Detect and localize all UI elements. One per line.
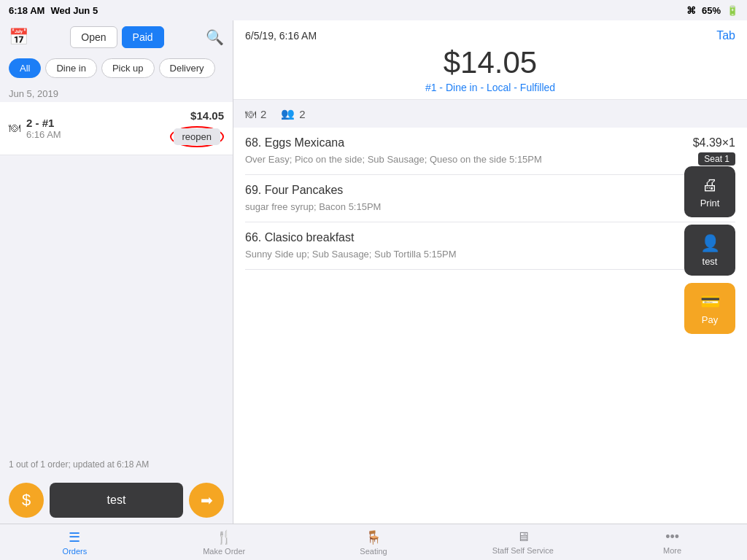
search-icon[interactable]: 🔍 — [206, 28, 224, 46]
header-datetime: 6/5/19, 6:16 AM — [245, 30, 317, 42]
seating-label: Seating — [360, 547, 387, 556]
wifi-icon: ⌘ — [686, 5, 696, 16]
filter-buttons: Open Paid — [70, 26, 163, 48]
right-header: 6/5/19, 6:16 AM Tab $14.05 #1 - Dine in … — [233, 20, 747, 100]
item-name-3: 66. Clasico breakfast — [245, 231, 354, 244]
guest-icon: 👥 — [281, 107, 295, 120]
right-panel: 6/5/19, 6:16 AM Tab $14.05 #1 - Dine in … — [233, 20, 747, 524]
table-count-item: 🍽 2 — [245, 108, 266, 120]
order-number: 2 - #1 — [26, 117, 61, 129]
main-container: 📅 Open Paid 🔍 All Dine in Pick up Delive… — [0, 20, 747, 524]
battery-status: 65% — [702, 5, 721, 16]
table-icon: 🍽 — [245, 108, 256, 120]
paid-filter-button[interactable]: Paid — [122, 26, 164, 48]
arrow-icon: ➡ — [201, 491, 213, 509]
arrow-button[interactable]: ➡ — [189, 483, 224, 518]
status-day: Wed Jun 5 — [50, 5, 98, 16]
item-price-1: $4.39×1 — [693, 136, 735, 149]
seat-badge-1: Seat 1 — [698, 152, 735, 166]
tab-seating[interactable]: 🪑 Seating — [299, 526, 449, 559]
orders-label: Orders — [63, 547, 88, 556]
more-label: More — [663, 546, 681, 555]
order-table-icon: 🍽 — [9, 122, 20, 135]
left-header: 📅 Open Paid 🔍 — [0, 20, 233, 54]
status-time: 6:18 AM — [9, 5, 44, 16]
left-footer: 1 out of 1 order; updated at 6:18 AM — [0, 452, 233, 477]
tab-link[interactable]: Tab — [716, 29, 735, 42]
tab-bar: ☰ Orders 🍴 Make Order 🪑 Seating 🖥 Staff … — [0, 524, 747, 560]
table-count: 2 — [260, 108, 266, 120]
sub-filters: All Dine in Pick up Delivery — [0, 54, 233, 82]
dollar-icon: $ — [22, 491, 31, 510]
order-items-list: 68. Eggs Mexicana $4.39×1 Over Easy; Pic… — [233, 128, 747, 524]
dine-in-filter-button[interactable]: Dine in — [45, 58, 96, 78]
pick-up-filter-button[interactable]: Pick up — [101, 58, 155, 78]
calendar-icon: 📅 — [9, 28, 28, 47]
order-line-3[interactable]: 66. Clasico breakfast $4.69×1 Sunny Side… — [245, 222, 735, 270]
bottom-actions: $ test ➡ — [0, 477, 233, 524]
user-icon: 👤 — [700, 234, 720, 253]
guest-count-item: 👥 2 — [281, 107, 305, 120]
order-amount: $14.05 — [190, 109, 224, 122]
item-number-2: 69. — [245, 184, 261, 196]
item-name-2: 69. Four Pancakes — [245, 184, 343, 197]
right-side-wrapper: 6/5/19, 6:16 AM Tab $14.05 #1 - Dine in … — [233, 20, 747, 524]
item-name-1: 68. Eggs Mexicana — [245, 136, 344, 149]
item-number-1: 68. — [245, 136, 261, 149]
seating-icon: 🪑 — [365, 529, 382, 545]
tab-more[interactable]: ••• More — [597, 526, 747, 558]
tab-staff-self-service[interactable]: 🖥 Staff Self Service — [448, 526, 597, 558]
guest-count: 2 — [299, 108, 305, 120]
print-label: Print — [700, 198, 720, 209]
make-order-icon: 🍴 — [216, 529, 232, 545]
date-group: Jun 5, 2019 — [0, 82, 233, 102]
tab-make-order[interactable]: 🍴 Make Order — [150, 526, 299, 559]
order-line-2[interactable]: 69. Four Pancakes $3.99×1 sugar free syr… — [245, 175, 735, 222]
right-actions: 🖨 Print 👤 test 💳 Pay — [684, 166, 735, 334]
item-desc-2: sugar free syrup; Bacon 5:15PM — [245, 201, 692, 212]
pay-button[interactable]: 💳 Pay — [684, 283, 735, 334]
order-status-text: 1 out of 1 order; updated at 6:18 AM — [9, 459, 149, 470]
staff-label: Staff Self Service — [492, 546, 554, 555]
test-button[interactable]: test — [50, 483, 183, 518]
all-filter-button[interactable]: All — [9, 58, 41, 78]
battery-icon: 🔋 — [727, 5, 738, 16]
order-line-1[interactable]: 68. Eggs Mexicana $4.39×1 Over Easy; Pic… — [245, 128, 735, 175]
left-panel: 📅 Open Paid 🔍 All Dine in Pick up Delive… — [0, 20, 233, 524]
open-filter-button[interactable]: Open — [70, 26, 117, 48]
test-action-button[interactable]: 👤 test — [684, 225, 735, 276]
orders-icon: ☰ — [69, 529, 80, 545]
item-desc-3: Sunny Side up; Sub Sausage; Sub Tortilla… — [245, 249, 692, 260]
order-total: $14.05 — [245, 45, 735, 80]
status-bar: 6:18 AM Wed Jun 5 ⌘ 65% 🔋 — [0, 0, 747, 20]
tab-orders[interactable]: ☰ Orders — [0, 526, 150, 559]
pay-icon: 💳 — [700, 292, 720, 311]
more-icon: ••• — [665, 529, 679, 545]
staff-icon: 🖥 — [516, 529, 530, 545]
item-number-3: 66. — [245, 231, 261, 244]
item-desc-1: Over Easy; Pico on the side; Sub Sausage… — [245, 154, 692, 165]
print-button[interactable]: 🖨 Print — [684, 166, 735, 217]
make-order-label: Make Order — [203, 547, 245, 556]
pay-label: Pay — [702, 314, 718, 325]
delivery-filter-button[interactable]: Delivery — [159, 58, 215, 78]
order-item[interactable]: 🍽 2 - #1 6:16 AM $14.05 reopen — [0, 102, 233, 155]
order-subtitle: #1 - Dine in - Local - Fulfilled — [245, 82, 735, 93]
table-info-bar: 🍽 2 👥 2 — [233, 100, 747, 128]
order-time: 6:16 AM — [26, 129, 61, 140]
test-action-label: test — [703, 256, 718, 267]
dollar-button[interactable]: $ — [9, 483, 44, 518]
print-icon: 🖨 — [702, 176, 718, 195]
reopen-button[interactable]: reopen — [174, 128, 220, 145]
